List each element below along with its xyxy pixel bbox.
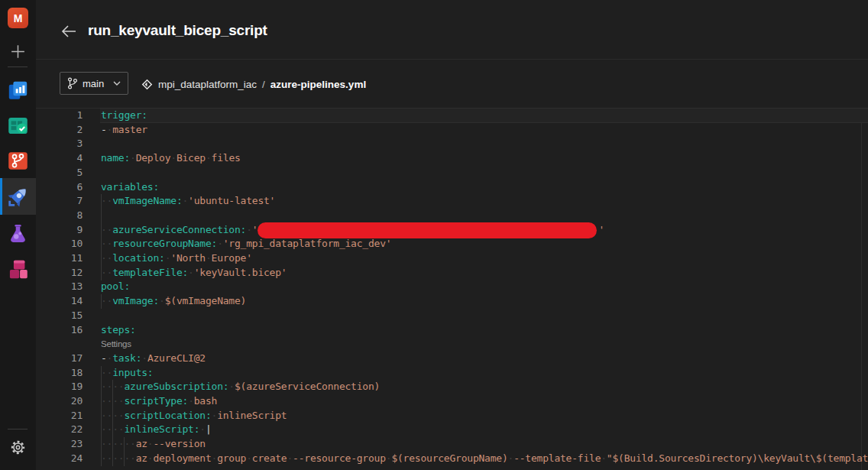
redacted-closing-quote: ' bbox=[598, 224, 604, 235]
line-number: 22 bbox=[36, 423, 83, 437]
line-number: 3 bbox=[36, 137, 83, 151]
page-title: run_keyvault_bicep_script bbox=[88, 22, 267, 39]
board-check-icon bbox=[7, 115, 29, 137]
line-number: 17 bbox=[36, 352, 83, 366]
line-number: 4 bbox=[36, 151, 83, 166]
line-number: 5 bbox=[36, 166, 83, 180]
line-number: 19 bbox=[36, 380, 83, 394]
boards-chart-icon bbox=[7, 79, 29, 102]
back-arrow-icon[interactable] bbox=[60, 24, 77, 39]
code-line[interactable]: ····azureSubscription:·$(azureServiceCon… bbox=[101, 380, 868, 394]
settings-codelens[interactable]: Settings bbox=[101, 337, 131, 352]
code-line[interactable]: ····scriptType:·bash bbox=[101, 394, 868, 409]
code-line[interactable]: ··templateFile:·'keyVault.bicep' bbox=[101, 266, 868, 280]
code-line[interactable]: pool: bbox=[101, 280, 868, 294]
line-number: 16 bbox=[36, 323, 83, 338]
line-number: 11 bbox=[36, 251, 83, 266]
line-number: 9 bbox=[36, 223, 83, 238]
code-line[interactable]: ··location:·'North·Europe' bbox=[101, 251, 868, 266]
main-panel: run_keyvault_bicep_script main mpi_datap… bbox=[36, 0, 868, 470]
code-line[interactable]: name:·Deploy·Bicep·files bbox=[101, 151, 868, 166]
line-number: 15 bbox=[36, 309, 83, 323]
code-line[interactable]: ······az·deployment·group·create·--resou… bbox=[101, 452, 868, 466]
line-number: 6 bbox=[36, 180, 83, 195]
flask-icon bbox=[7, 222, 29, 245]
page-header: run_keyvault_bicep_script bbox=[36, 0, 868, 60]
breadcrumb-file: azure-pipelines.yml bbox=[270, 79, 366, 90]
repo-icon bbox=[141, 79, 153, 90]
sidebar-item-boards[interactable] bbox=[0, 73, 36, 108]
org-avatar[interactable]: M bbox=[8, 8, 28, 28]
code-line[interactable]: ··vmImageName:·'ubuntu-latest' bbox=[101, 194, 868, 209]
line-number: 24 bbox=[36, 452, 83, 466]
code-line[interactable]: ······az·--version bbox=[101, 437, 868, 452]
code-line[interactable] bbox=[101, 166, 868, 180]
code-line[interactable]: steps: bbox=[101, 323, 868, 338]
code-line[interactable]: ··inputs: bbox=[101, 366, 868, 381]
git-branch-icon bbox=[67, 77, 77, 89]
editor[interactable]: 1trigger:2-·master34name:·Deploy·Bicep·f… bbox=[36, 109, 868, 470]
line-number: 20 bbox=[36, 394, 83, 409]
breadcrumb-separator: / bbox=[262, 79, 265, 90]
code-line[interactable]: ····scriptLocation:·inlineScript bbox=[101, 409, 868, 423]
sidebar-rail: M bbox=[0, 0, 36, 470]
sidebar-item-add[interactable] bbox=[0, 34, 36, 69]
branch-selector[interactable]: main bbox=[60, 72, 128, 95]
sidebar-item-test-lab[interactable] bbox=[0, 216, 36, 251]
code-line[interactable]: ····inlineScript:·| bbox=[101, 423, 868, 437]
breadcrumb-repo[interactable]: mpi_dataplatform_iac bbox=[158, 79, 257, 90]
code-line[interactable]: ··vmImage:·$(vmImageName) bbox=[101, 294, 868, 309]
code-line[interactable]: ··resourceGroupName:·'rg_mpi_dataplatfor… bbox=[101, 237, 868, 251]
code-line[interactable]: ··azureServiceConnection:·'' bbox=[101, 223, 868, 238]
sidebar-item-repos[interactable] bbox=[0, 143, 36, 178]
line-number: 12 bbox=[36, 266, 83, 280]
code-line[interactable] bbox=[101, 309, 868, 323]
code-line[interactable]: -·master bbox=[101, 123, 868, 138]
redaction-bar bbox=[257, 222, 597, 238]
sidebar-item-settings[interactable] bbox=[0, 429, 36, 465]
rocket-icon bbox=[7, 185, 30, 208]
line-number: 21 bbox=[36, 409, 83, 423]
line-number: 7 bbox=[36, 194, 83, 209]
line-number: 8 bbox=[36, 209, 83, 223]
file-toolbar: main mpi_dataplatform_iac / azure-pipeli… bbox=[36, 60, 868, 109]
line-number: 10 bbox=[36, 237, 83, 251]
sidebar-item-pipelines[interactable] bbox=[0, 178, 36, 215]
chevron-down-icon bbox=[113, 81, 121, 86]
code-line[interactable]: variables: bbox=[101, 180, 868, 195]
code-line[interactable]: trigger: bbox=[100, 108, 868, 123]
gear-icon bbox=[10, 439, 26, 455]
line-number: 18 bbox=[36, 366, 83, 381]
plus-icon bbox=[9, 43, 27, 60]
line-number: 1 bbox=[36, 109, 83, 123]
code-line[interactable] bbox=[101, 137, 868, 151]
sidebar-item-artifacts[interactable] bbox=[0, 251, 36, 287]
git-branch-square-icon bbox=[7, 150, 29, 172]
sidebar-divider-top bbox=[8, 66, 28, 67]
line-number: 2 bbox=[36, 123, 83, 138]
line-number: 13 bbox=[36, 280, 83, 294]
code-line[interactable]: -·task:·AzureCLI@2 bbox=[101, 352, 868, 366]
breadcrumb: mpi_dataplatform_iac / azure-pipelines.y… bbox=[141, 60, 366, 109]
packages-icon bbox=[7, 258, 29, 280]
line-number: 14 bbox=[36, 294, 83, 309]
line-number: 23 bbox=[36, 437, 83, 452]
sidebar-item-test-plans[interactable] bbox=[0, 108, 36, 143]
code-line[interactable] bbox=[101, 209, 868, 223]
branch-name: main bbox=[83, 78, 104, 89]
